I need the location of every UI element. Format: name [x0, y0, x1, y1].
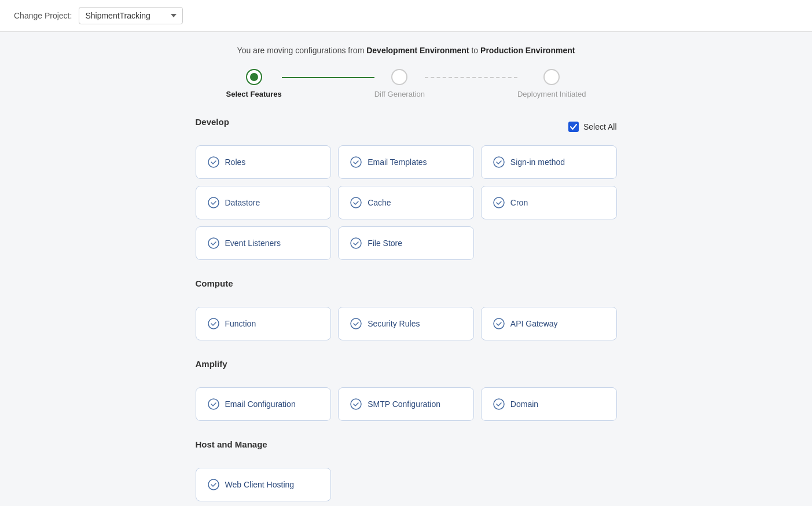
section-title-amplify: Amplify [196, 359, 227, 369]
step-diff-generation: Diff Generation [374, 69, 425, 98]
feature-card-event-listeners[interactable]: Event Listeners [196, 226, 332, 260]
banner-connector: to [469, 46, 480, 55]
svg-point-0 [208, 157, 219, 167]
svg-point-8 [208, 318, 219, 329]
svg-point-13 [494, 399, 504, 409]
source-env: Development Environment [366, 46, 469, 55]
feature-card-email-configuration[interactable]: Email Configuration [196, 387, 332, 421]
feature-card-security-rules[interactable]: Security Rules [338, 307, 474, 340]
step-circle-2 [391, 69, 407, 85]
check-icon-email-templates [350, 156, 362, 168]
feature-card-api-gateway[interactable]: API Gateway [481, 307, 617, 340]
svg-point-5 [494, 197, 504, 208]
feature-grid-host-manage: Web Client Hosting [196, 468, 617, 501]
feature-label-web-client-hosting: Web Client Hosting [225, 480, 295, 489]
check-icon-security-rules [350, 318, 362, 329]
feature-label-event-listeners: Event Listeners [225, 239, 281, 248]
check-icon-roles [208, 156, 219, 168]
section-host-manage: Host and Manage Web Client Hosting [196, 439, 617, 501]
feature-label-email-templates: Email Templates [368, 157, 427, 167]
step-deployment-initiated: Deployment Initiated [517, 69, 586, 98]
info-banner: You are moving configurations from Devel… [0, 32, 812, 55]
svg-point-11 [208, 399, 219, 409]
feature-grid-compute: Function Security Rules API Gateway [196, 307, 617, 340]
feature-card-email-templates[interactable]: Email Templates [338, 145, 474, 179]
project-select[interactable]: ShipmentTracking [79, 7, 183, 24]
section-compute: Compute Function Security Rules API Gate… [196, 278, 617, 340]
check-icon-datastore [208, 197, 219, 208]
check-icon-email-configuration [208, 398, 219, 410]
feature-label-api-gateway: API Gateway [510, 319, 558, 328]
svg-point-2 [494, 157, 504, 167]
section-amplify: Amplify Email Configuration SMTP Configu… [196, 359, 617, 421]
feature-card-cron[interactable]: Cron [481, 186, 617, 219]
feature-label-smtp-configuration: SMTP Configuration [368, 399, 440, 409]
step-label-2: Diff Generation [374, 90, 425, 98]
step-line-1 [282, 77, 374, 78]
check-icon-function [208, 318, 219, 329]
svg-point-7 [351, 238, 361, 248]
section-header-compute: Compute [196, 278, 617, 298]
step-label-1: Select Features [226, 90, 282, 98]
step-line-2 [425, 77, 517, 78]
feature-label-domain: Domain [510, 399, 538, 409]
section-title-compute: Compute [196, 278, 233, 288]
feature-card-domain[interactable]: Domain [481, 387, 617, 421]
feature-card-smtp-configuration[interactable]: SMTP Configuration [338, 387, 474, 421]
feature-label-cron: Cron [510, 198, 528, 207]
step-label-3: Deployment Initiated [517, 90, 586, 98]
feature-card-datastore[interactable]: Datastore [196, 186, 332, 219]
check-icon-event-listeners [208, 237, 219, 249]
feature-label-cache: Cache [368, 198, 391, 207]
svg-point-9 [351, 318, 361, 329]
section-header-amplify: Amplify [196, 359, 617, 378]
check-icon-smtp-configuration [350, 398, 362, 410]
section-title-develop: Develop [196, 117, 229, 127]
svg-point-12 [351, 399, 361, 409]
check-icon-api-gateway [493, 318, 505, 329]
check-icon-file-store [350, 237, 362, 249]
feature-card-file-store[interactable]: File Store [338, 226, 474, 260]
step-circle-1 [246, 69, 262, 85]
svg-point-10 [494, 318, 504, 329]
feature-card-cache[interactable]: Cache [338, 186, 474, 219]
section-title-host-manage: Host and Manage [196, 439, 267, 449]
feature-grid-amplify: Email Configuration SMTP Configuration D… [196, 387, 617, 421]
check-icon-domain [493, 398, 505, 410]
check-icon-sign-in-method [493, 156, 505, 168]
feature-label-email-configuration: Email Configuration [225, 399, 296, 409]
stepper: Select Features Diff Generation Deployme… [0, 55, 812, 103]
section-develop: Develop Select All Roles Email Templates [196, 117, 617, 260]
check-icon-web-client-hosting [208, 479, 219, 490]
feature-card-sign-in-method[interactable]: Sign-in method [481, 145, 617, 179]
step-circle-3 [543, 69, 560, 85]
target-env: Production Environment [480, 46, 575, 55]
feature-card-function[interactable]: Function [196, 307, 332, 340]
feature-label-datastore: Datastore [225, 198, 260, 207]
select-all-checkbox[interactable] [568, 122, 579, 132]
feature-label-sign-in-method: Sign-in method [510, 157, 565, 167]
step-select-features: Select Features [226, 69, 282, 98]
svg-point-6 [208, 238, 219, 248]
select-all-control[interactable]: Select All [568, 122, 617, 132]
svg-point-3 [208, 197, 219, 208]
section-header-develop: Develop Select All [196, 117, 617, 136]
feature-label-file-store: File Store [368, 239, 402, 248]
change-project-label: Change Project: [14, 11, 72, 20]
check-icon-cron [493, 197, 505, 208]
feature-grid-develop: Roles Email Templates Sign-in method Dat… [196, 145, 617, 260]
feature-label-function: Function [225, 319, 256, 328]
feature-card-web-client-hosting[interactable]: Web Client Hosting [196, 468, 332, 501]
feature-card-roles[interactable]: Roles [196, 145, 332, 179]
svg-point-1 [351, 157, 361, 167]
feature-label-roles: Roles [225, 157, 246, 167]
banner-text-pre: You are moving configurations from [237, 46, 367, 55]
svg-point-14 [208, 479, 219, 490]
svg-point-4 [351, 197, 361, 208]
select-all-label: Select All [583, 122, 617, 131]
section-header-host-manage: Host and Manage [196, 439, 617, 459]
feature-label-security-rules: Security Rules [368, 319, 420, 328]
main-content: Develop Select All Roles Email Templates [186, 103, 626, 506]
check-icon-cache [350, 197, 362, 208]
top-bar: Change Project: ShipmentTracking [0, 0, 812, 32]
